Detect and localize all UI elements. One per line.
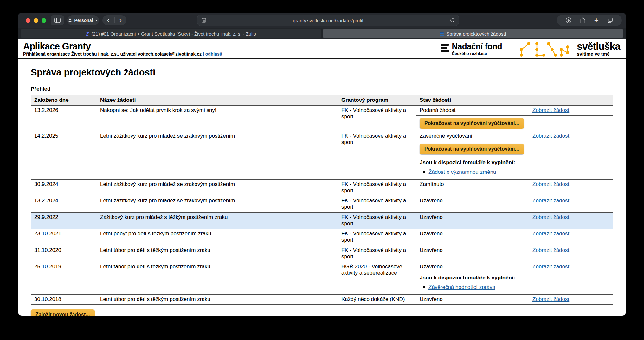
chevron-down-icon: ⌄ [95,17,98,22]
view-request-link[interactable]: Zobrazit žádost [532,296,569,302]
request-status: Uzavřeno [416,196,529,213]
back-button[interactable]: ‹ [102,16,114,24]
tab-overview-icon[interactable] [607,17,613,23]
request-program: FK - Volnočasové aktivity a sport [338,245,416,262]
request-name: Letní zážitkový kurz pro mládež se zrako… [97,131,338,180]
request-actions: Zobrazit žádost [529,213,613,229]
request-program: FK - Volnočasové aktivity a sport [338,196,416,213]
view-request-link[interactable]: Zobrazit žádost [532,214,569,220]
request-name: Letní tábor pro děti s těžkým postižením… [97,262,338,295]
request-date: 25.10.2019 [31,262,97,295]
continue-settlement-button[interactable]: Pokračovat na vyplňování vyúčtování... [420,118,524,129]
view-request-link[interactable]: Zobrazit žádost [532,133,569,139]
view-request-link[interactable]: Zobrazit žádost [532,231,569,237]
request-actions: Zobrazit žádost [529,196,613,213]
col-header-program: Grantový program [338,95,416,106]
forms-list-item: Závěrečná hodnotící zpráva [428,284,610,291]
sidebar-icon [54,18,61,23]
request-row: 29.9.2022Zážitkový kurz pro mládež s těž… [31,213,613,229]
tab-zulip[interactable]: Z (21) #01 Organizacni > Grant Svetluska… [21,29,321,38]
forms-available-label: Jsou k dispozici fomuláře k vyplnění: [420,275,610,281]
request-name: Letní zážitkový kurz pro mládež se zrako… [97,196,338,213]
view-request-link[interactable]: Zobrazit žádost [532,198,569,204]
request-date: 13.2.2026 [31,106,97,131]
request-button-cell: Pokračovat na vyplňování vyúčtování... [416,116,613,131]
continue-settlement-button[interactable]: Pokračovat na vyplňování vyúčtování... [420,144,524,154]
request-row: 23.10.2021Letní pobyt pro děti s těžkým … [31,229,613,245]
page-content: Aplikace Granty Přihlášená organizace Ži… [18,39,626,316]
request-program: FK - Volnočasové aktivity a sport [338,106,416,131]
login-info: Přihlášená organizace Život trochu jinak… [23,51,222,56]
request-date: 30.9.2024 [31,180,97,196]
request-actions: Zobrazit žádost [529,245,613,262]
col-header-status: Stav žádosti [416,95,529,106]
zoom-window-button[interactable] [42,18,46,23]
request-status: Zamítnuto [416,180,529,196]
app-title: Aplikace Granty [23,42,222,51]
request-date: 29.9.2022 [31,213,97,229]
request-date: 14.2.2025 [31,131,97,180]
page-settings-icon[interactable] [201,18,206,23]
zulip-favicon: Z [86,31,89,36]
forms-list-item: Žádost o významnou změnu [428,169,610,175]
form-link[interactable]: Žádost o významnou změnu [428,169,496,175]
request-status: Uzavřeno [416,213,529,229]
request-actions: Zobrazit žádost [529,262,613,272]
request-status: Uzavřeno [416,262,529,272]
profile-label: Personal [74,18,93,23]
request-name: Nakopni se: Jak udělat prvník krok za sv… [97,106,338,131]
request-name: Letní tábor pro děti s těžkým postižením… [97,245,338,262]
request-status: Uzavřeno [416,295,529,305]
sidebar-toggle-button[interactable] [51,15,64,25]
profile-menu-button[interactable]: Personal ⌄ [67,15,99,25]
address-bar[interactable]: granty.svetluska.net/zadatel/profil [197,15,459,26]
page-title: Správa projektových žádostí [31,67,613,78]
view-request-link[interactable]: Zobrazit žádost [532,264,569,270]
tab-sprava-zadosti[interactable]: Správa projektových žádostí [323,29,623,38]
request-program: FK - Volnočasové aktivity a sport [338,229,416,245]
nf-logo-text: Nadační fond [452,42,502,50]
request-date: 13.2.2024 [31,196,97,213]
new-tab-button[interactable]: + [594,17,599,23]
reload-icon[interactable] [450,18,455,23]
forms-available-label: Jsou k dispozici fomuláře k vyplnění: [420,160,610,166]
login-prefix: Přihlášená organizace Život trochu jinak… [23,51,205,56]
request-row: 13.2.2024Letní zážitkový kurz pro mládež… [31,196,613,213]
request-program: Každý něco dokáže (KND) [338,295,416,305]
share-icon[interactable] [580,17,586,23]
nadacni-fond-icon [441,44,449,52]
forward-button[interactable]: › [115,16,127,24]
main-area: Správa projektových žádostí Přehled Zalo… [18,59,626,316]
request-program: FK - Volnočasové aktivity a sport [338,180,416,196]
url-text: granty.svetluska.net/zadatel/profil [206,18,450,23]
minimize-window-button[interactable] [34,18,38,23]
request-actions: Zobrazit žádost [529,229,613,245]
downloads-icon[interactable] [565,17,572,23]
request-row: 13.2.2026Nakopni se: Jak udělat prvník k… [31,106,613,116]
request-row: 14.2.2025Letní zážitkový kurz pro mládež… [31,131,613,141]
forms-list: Závěrečná hodnotící zpráva [428,284,610,291]
request-forms-cell: Jsou k dispozici fomuláře k vyplnění:Žád… [416,157,613,180]
col-header-name: Název žádosti [97,95,338,106]
person-icon [68,18,72,23]
nadacni-fond-logo: Nadační fond Českého rozhlasu [441,42,502,56]
overview-heading: Přehled [31,86,613,92]
request-actions: Zobrazit žádost [529,131,613,141]
view-request-link[interactable]: Zobrazit žádost [532,247,569,253]
new-request-button[interactable]: Založit novou žádost... [31,309,95,316]
request-name: Letní tábor pro děti s těžkým postižením… [97,295,338,305]
nav-buttons: ‹ › [102,15,126,25]
logout-link[interactable]: odhlásit [205,51,222,56]
nf-logo-subtext: Českého rozhlasu [452,51,502,56]
form-link[interactable]: Závěrečná hodnotící zpráva [428,284,495,290]
request-date: 30.10.2018 [31,295,97,305]
request-status: Podaná žádost [416,106,529,116]
request-row: 30.10.2018Letní tábor pro děti s těžkým … [31,295,613,305]
view-request-link[interactable]: Zobrazit žádost [532,181,569,187]
view-request-link[interactable]: Zobrazit žádost [532,107,569,113]
tab-label: (21) #01 Organizacni > Grant Svetluska (… [91,31,256,36]
granty-favicon [440,32,444,36]
close-window-button[interactable] [26,18,30,23]
forms-list: Žádost o významnou změnu [428,169,610,175]
col-header-date: Založeno dne [31,95,97,106]
